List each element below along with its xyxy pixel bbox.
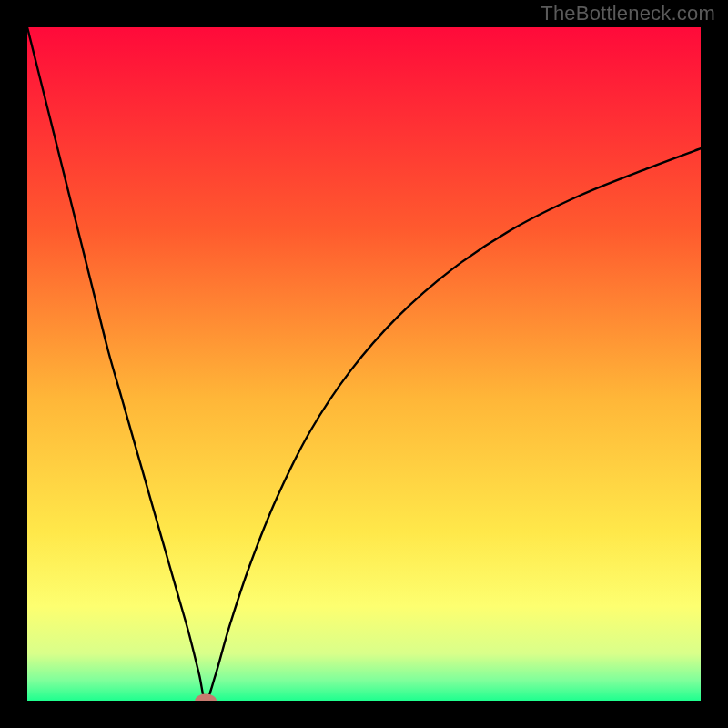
gradient-background (27, 27, 701, 701)
watermark-text: TheBottleneck.com (541, 2, 715, 25)
chart-svg (27, 27, 701, 701)
chart-container: TheBottleneck.com (0, 0, 728, 728)
plot-area (27, 27, 701, 701)
